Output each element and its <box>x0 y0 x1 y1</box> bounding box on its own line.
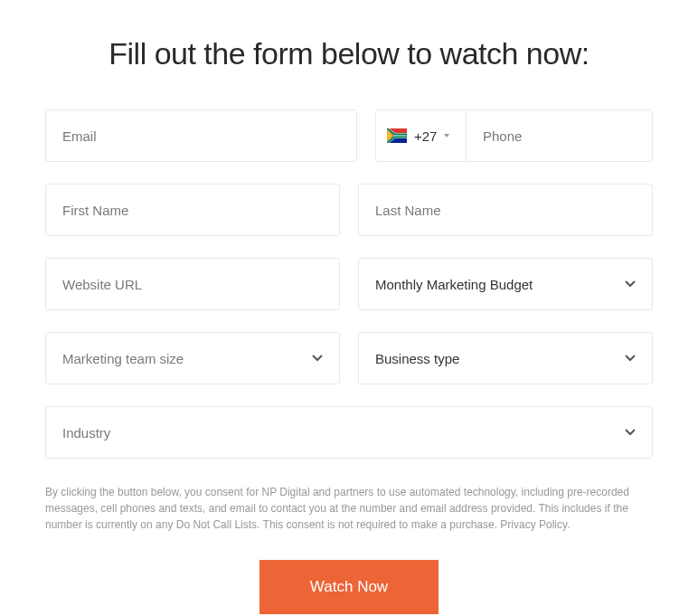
watch-now-button[interactable]: Watch Now <box>259 560 439 614</box>
phone-field-wrapper: +27 Phone <box>375 109 653 162</box>
budget-select[interactable]: Monthly Marketing Budget <box>358 258 653 310</box>
country-code-label: +27 <box>414 128 437 144</box>
form-row-3: Website URL Monthly Marketing Budget <box>45 258 653 310</box>
website-url-placeholder: Website URL <box>62 277 142 292</box>
first-name-placeholder: First Name <box>62 203 128 218</box>
phone-field[interactable]: Phone <box>466 109 653 162</box>
chevron-down-icon <box>625 427 636 438</box>
last-name-placeholder: Last Name <box>375 203 441 218</box>
form-row-4: Marketing team size Business type <box>45 332 653 384</box>
flag-icon-south-africa <box>387 128 407 143</box>
industry-select-label: Industry <box>62 425 625 441</box>
form-row-2: First Name Last Name <box>45 184 653 236</box>
budget-select-label: Monthly Marketing Budget <box>375 277 625 292</box>
chevron-down-icon <box>625 279 636 289</box>
consent-text: By clicking the button below, you consen… <box>45 484 653 533</box>
submit-container: Watch Now <box>45 560 653 614</box>
chevron-down-icon <box>625 353 636 364</box>
email-field[interactable]: Email <box>45 109 357 162</box>
form-container: Email +27 <box>45 109 653 459</box>
email-placeholder: Email <box>62 128 97 144</box>
team-size-select[interactable]: Marketing team size <box>45 332 340 384</box>
website-url-field[interactable]: Website URL <box>45 258 340 310</box>
form-row-1: Email +27 <box>45 109 653 162</box>
first-name-field[interactable]: First Name <box>45 184 340 236</box>
form-heading: Fill out the form below to watch now: <box>45 36 653 71</box>
chevron-down-icon <box>312 353 323 364</box>
team-size-select-label: Marketing team size <box>62 351 312 366</box>
dropdown-arrow-icon <box>444 134 449 137</box>
country-code-selector[interactable]: +27 <box>375 109 466 162</box>
industry-select[interactable]: Industry <box>45 406 653 459</box>
business-type-select-label: Business type <box>375 351 625 366</box>
form-row-5: Industry <box>45 406 653 459</box>
phone-placeholder: Phone <box>483 128 522 144</box>
business-type-select[interactable]: Business type <box>358 332 653 384</box>
last-name-field[interactable]: Last Name <box>358 184 653 236</box>
